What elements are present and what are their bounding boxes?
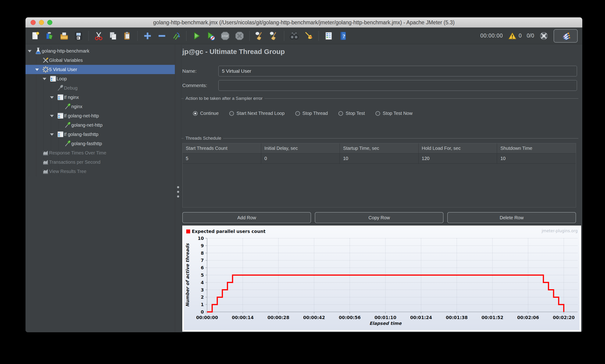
expand-arrow-icon[interactable] xyxy=(50,133,54,136)
row-buttons: Add RowCopy RowDelete Row xyxy=(182,212,576,223)
tree-item-if-nginx[interactable]: If nginx xyxy=(26,93,175,102)
expand-arrow-icon[interactable] xyxy=(50,96,54,99)
svg-text:1: 1 xyxy=(201,302,204,307)
svg-text:9: 9 xyxy=(201,243,204,248)
tree-item-label: If golang-net-http xyxy=(64,111,99,120)
tree-item-loop[interactable]: Loop xyxy=(26,74,175,83)
name-label: Name: xyxy=(182,66,197,77)
radio-continue[interactable]: Continue xyxy=(193,111,219,116)
schedule-cell[interactable]: 10 xyxy=(497,154,576,164)
radio-stop-thread[interactable]: Stop Thread xyxy=(295,111,328,116)
schedule-cell[interactable]: 10 xyxy=(340,154,419,164)
tree-item-golang-fasthttp[interactable]: golang-fasthttp xyxy=(26,139,175,148)
listener-icon xyxy=(42,149,50,157)
delete-row-button[interactable]: Delete Row xyxy=(447,212,576,223)
tree-item-response-times-over-time[interactable]: Response Times Over Time xyxy=(26,148,175,157)
radio-circle-icon[interactable] xyxy=(295,111,300,116)
clear-all-button[interactable] xyxy=(267,29,281,43)
radio-label: Stop Thread xyxy=(302,111,328,116)
stop-button[interactable]: STOP xyxy=(218,29,232,43)
radio-circle-icon[interactable] xyxy=(375,111,380,116)
tree-item-view-results-tree[interactable]: View Results Tree xyxy=(26,167,175,176)
shutdown-button[interactable] xyxy=(233,29,246,43)
remove-button[interactable] xyxy=(155,29,169,43)
minimize-window-button[interactable] xyxy=(39,20,44,25)
function-helper-icon xyxy=(324,31,334,41)
sampler-disabled-icon xyxy=(56,84,64,92)
new-file-button[interactable] xyxy=(29,29,42,43)
start-no-pauses-icon xyxy=(206,31,216,41)
tree-item-if-golang-fasthttp[interactable]: If golang-fasthttp xyxy=(26,130,175,139)
start-button[interactable] xyxy=(190,29,203,43)
schedule-cell[interactable]: 0 xyxy=(261,154,340,164)
toggle-toolbar-button[interactable] xyxy=(553,29,578,43)
add-row-button[interactable]: Add Row xyxy=(182,212,311,223)
zoom-window-button[interactable] xyxy=(47,20,52,25)
threads-schedule-chart: 01234567891000:00:0000:00:1400:00:2800:0… xyxy=(184,227,579,329)
svg-text:00:00:42: 00:00:42 xyxy=(303,315,325,320)
help-button[interactable]: ? xyxy=(336,29,350,43)
templates-button[interactable] xyxy=(43,29,56,43)
splitter-grip-icon[interactable] xyxy=(177,186,179,197)
tree-item-global-variables[interactable]: Global Variables xyxy=(26,56,175,65)
open-file-button[interactable] xyxy=(57,29,71,43)
add-button[interactable] xyxy=(141,29,154,43)
svg-text:00:01:52: 00:01:52 xyxy=(482,315,503,320)
tree-item-5-virtual-user[interactable]: 5 Virtual User xyxy=(26,65,175,74)
schedule-cell[interactable]: 120 xyxy=(419,154,497,164)
tree-item-golang-net-http[interactable]: golang-net-http xyxy=(26,120,175,130)
radio-stop-test[interactable]: Stop Test xyxy=(338,111,365,116)
tree-item-debug[interactable]: Debug xyxy=(26,83,175,93)
toolbar: STOP? 00:00:00 0 0/0 xyxy=(26,27,582,44)
remote-globe-icon xyxy=(539,31,549,40)
remote-start-indicator xyxy=(539,31,549,40)
tree-item-nginx[interactable]: nginx xyxy=(26,102,175,111)
thread-group-icon xyxy=(42,65,50,73)
panel-splitter[interactable] xyxy=(175,44,181,332)
radio-circle-icon[interactable] xyxy=(229,111,234,116)
stop-icon: STOP xyxy=(220,31,230,41)
log-errors-indicator[interactable]: 0 xyxy=(508,31,522,40)
name-input[interactable] xyxy=(218,66,577,77)
start-no-pauses-button[interactable] xyxy=(204,29,218,43)
comments-input[interactable] xyxy=(218,80,577,91)
copy-row-button[interactable]: Copy Row xyxy=(315,212,444,223)
svg-text:4: 4 xyxy=(201,280,204,285)
radio-start-next-thread-loop[interactable]: Start Next Thread Loop xyxy=(229,111,285,116)
expand-arrow-icon[interactable] xyxy=(35,68,39,71)
radio-circle-icon[interactable] xyxy=(193,111,197,116)
radio-stop-test-now[interactable]: Stop Test Now xyxy=(375,111,412,116)
expand-arrow-icon[interactable] xyxy=(50,115,54,117)
reset-button[interactable] xyxy=(170,29,183,43)
tree-item-label: golang-net-http xyxy=(71,120,103,130)
clear-icon xyxy=(255,31,265,41)
save-button[interactable] xyxy=(72,29,85,43)
shutdown-icon xyxy=(234,31,245,41)
radio-label: Start Next Thread Loop xyxy=(237,111,285,116)
save-icon xyxy=(73,31,84,41)
search-reset-button[interactable] xyxy=(302,29,315,43)
radio-circle-icon[interactable] xyxy=(338,111,343,116)
expand-arrow-icon[interactable] xyxy=(28,50,31,52)
schedule-cell[interactable]: 5 xyxy=(183,154,261,164)
close-window-button[interactable] xyxy=(31,20,36,25)
schedule-row: 501012010 xyxy=(183,154,576,164)
tree-item-label: Loop xyxy=(56,74,67,83)
templates-icon xyxy=(45,31,55,41)
function-helper-button[interactable] xyxy=(322,29,335,43)
tree-item-transactions-per-second[interactable]: Transactions per Second xyxy=(26,157,175,167)
tree-item-label: If nginx xyxy=(64,93,79,102)
tree-item-if-golang-net-http[interactable]: If golang-net-http xyxy=(26,111,175,120)
new-file-icon xyxy=(30,31,40,41)
expand-arrow-icon[interactable] xyxy=(43,78,46,80)
open-file-icon xyxy=(59,31,69,41)
paste-button[interactable] xyxy=(121,29,134,43)
clear-button[interactable] xyxy=(253,29,266,43)
sampler-icon xyxy=(64,103,72,110)
search-button[interactable] xyxy=(288,29,301,43)
tree-item-label: If golang-fasthttp xyxy=(64,130,98,139)
tree-item-golang-http-benchmark[interactable]: golang-http-benchmark xyxy=(26,46,175,56)
copy-button[interactable] xyxy=(106,29,120,43)
cut-button[interactable] xyxy=(92,29,105,43)
svg-text:00:01:38: 00:01:38 xyxy=(446,315,468,320)
